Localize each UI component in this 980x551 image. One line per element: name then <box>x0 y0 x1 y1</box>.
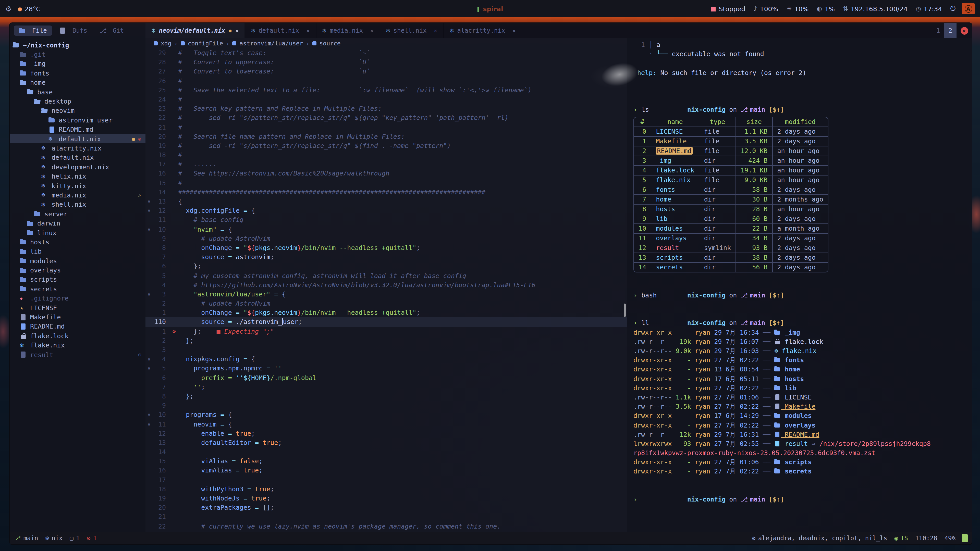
fold-icon[interactable] <box>145 327 153 336</box>
fold-icon[interactable] <box>145 234 153 243</box>
breadcrumb-crumb[interactable]: xdg <box>151 40 172 47</box>
breadcrumb-crumb[interactable]: › configFile <box>175 40 223 47</box>
fold-icon[interactable] <box>145 123 153 132</box>
fold-icon[interactable] <box>145 299 153 308</box>
fold-icon[interactable] <box>145 429 153 438</box>
tree-item[interactable]: hosts <box>10 237 145 247</box>
fold-icon[interactable] <box>145 151 153 160</box>
fold-icon[interactable] <box>145 169 153 178</box>
buffer-close-icon[interactable]: × <box>306 27 310 34</box>
fold-icon[interactable] <box>145 95 153 104</box>
buffer-tab[interactable]: ❄ default.nix × <box>245 23 317 38</box>
buffer-tab[interactable]: ❄ media.nix × <box>316 23 380 38</box>
fold-icon[interactable] <box>145 178 153 187</box>
tree-item[interactable]: home <box>10 78 145 87</box>
tree-item[interactable]: ❄ flake.nix <box>10 341 145 350</box>
tree-item[interactable]: desktop <box>10 97 145 106</box>
fold-icon[interactable] <box>145 262 153 271</box>
tree-item[interactable]: ◆ .gitignore <box>10 294 145 303</box>
tree-item[interactable]: scripts <box>10 275 145 284</box>
tree-item[interactable]: ❄ alacritty.nix <box>10 144 145 153</box>
fold-icon[interactable] <box>145 392 153 401</box>
fold-icon[interactable] <box>145 67 153 76</box>
fold-icon[interactable] <box>145 114 153 123</box>
breadcrumb-crumb[interactable]: › astronvim/lua/user <box>226 40 303 47</box>
fold-icon[interactable] <box>145 48 153 58</box>
tree-item[interactable]: README.md <box>10 322 145 331</box>
fold-icon[interactable]: ∨ <box>145 364 153 373</box>
terminal-pane[interactable]: 1 │ a · ╰── executable was not found hel… <box>627 38 972 532</box>
tree-item[interactable]: astronvim_user <box>10 115 145 125</box>
fold-icon[interactable] <box>145 216 153 225</box>
fold-icon[interactable] <box>145 188 153 197</box>
tabpage-indicator[interactable]: 1 <box>932 23 944 38</box>
fold-icon[interactable] <box>145 58 153 67</box>
fold-icon[interactable]: ∨ <box>145 197 153 206</box>
fold-icon[interactable]: ∨ <box>145 225 153 234</box>
fold-icon[interactable] <box>145 76 153 86</box>
tree-item[interactable]: ❄ helix.nix <box>10 171 145 181</box>
fold-icon[interactable] <box>145 522 153 531</box>
buffer-tab[interactable]: ❄ neovim/default.nix ● × <box>145 23 245 38</box>
tree-item[interactable]: fonts <box>10 68 145 78</box>
fold-icon[interactable] <box>145 141 153 151</box>
fold-icon[interactable] <box>145 308 153 318</box>
tree-item[interactable]: server <box>10 209 145 219</box>
fold-icon[interactable] <box>145 336 153 345</box>
tree-item[interactable]: modules <box>10 256 145 265</box>
tree-item[interactable]: ❄ kitty.nix <box>10 181 145 191</box>
fold-icon[interactable]: ∨ <box>145 354 153 364</box>
tree-item[interactable]: _img <box>10 59 145 68</box>
fold-icon[interactable] <box>145 318 153 327</box>
fold-icon[interactable] <box>145 438 153 448</box>
fold-icon[interactable] <box>145 513 153 522</box>
buffer-tab[interactable]: ❄ alacritty.nix × <box>444 23 522 38</box>
breadcrumb-crumb[interactable]: › source <box>306 40 340 47</box>
tabline-close-button[interactable]: × <box>956 23 972 38</box>
tree-item[interactable]: neovim <box>10 106 145 115</box>
fold-icon[interactable]: ∨ <box>145 420 153 429</box>
tree-item[interactable]: ★ LICENSE <box>10 303 145 313</box>
tree-item[interactable]: README.md <box>10 125 145 134</box>
fold-icon[interactable] <box>145 160 153 169</box>
buffer-close-icon[interactable]: × <box>434 27 437 34</box>
fold-icon[interactable] <box>145 457 153 466</box>
gear-icon[interactable]: ⚙ <box>5 5 11 13</box>
tree-item[interactable]: ❄ default.nix ● ⊗ <box>10 134 145 144</box>
fold-icon[interactable] <box>145 448 153 457</box>
fold-icon[interactable] <box>145 383 153 392</box>
tree-item[interactable]: Makefile <box>10 313 145 322</box>
fold-icon[interactable] <box>145 485 153 494</box>
fold-icon[interactable] <box>145 373 153 383</box>
tree-item[interactable]: base <box>10 87 145 97</box>
editor-buffer[interactable]: 29 # Toggle text's case: `~` 28 <box>145 48 627 532</box>
fold-icon[interactable]: ∨ <box>145 290 153 299</box>
keyboard-layout-indicator[interactable]: A <box>962 3 975 14</box>
neotree-source-tab[interactable]: File <box>14 25 52 36</box>
fold-icon[interactable] <box>145 345 153 354</box>
fold-icon[interactable]: ∨ <box>145 410 153 420</box>
tree-item[interactable]: ❄ shell.nix <box>10 200 145 209</box>
tree-item[interactable]: darwin <box>10 219 145 228</box>
editor-pane[interactable]: xdg › configFile › <box>145 38 627 532</box>
buffer-tab[interactable]: ❄ shell.nix × <box>380 23 444 38</box>
tree-item[interactable]: secrets <box>10 284 145 294</box>
fold-icon[interactable]: ∨ <box>145 206 153 215</box>
buffer-close-icon[interactable]: × <box>235 27 239 34</box>
tree-item[interactable]: flake.lock <box>10 331 145 341</box>
fold-icon[interactable] <box>145 280 153 289</box>
fold-icon[interactable] <box>145 503 153 512</box>
fold-icon[interactable] <box>145 401 153 410</box>
workspace-indicator[interactable]: ‖ spiral <box>477 5 503 13</box>
fold-icon[interactable] <box>145 252 153 262</box>
tree-item[interactable]: linux <box>10 228 145 238</box>
fold-icon[interactable] <box>145 494 153 503</box>
editor-scrollbar-thumb[interactable] <box>624 303 626 317</box>
tree-item[interactable]: lib <box>10 247 145 256</box>
buffer-close-icon[interactable]: × <box>370 27 373 34</box>
fold-icon[interactable] <box>145 466 153 475</box>
fold-icon[interactable] <box>145 132 153 141</box>
tree-item[interactable]: ❄ default.nix <box>10 153 145 162</box>
tree-item[interactable]: ~/nix-config <box>10 40 145 50</box>
buffer-close-icon[interactable]: × <box>512 27 515 34</box>
